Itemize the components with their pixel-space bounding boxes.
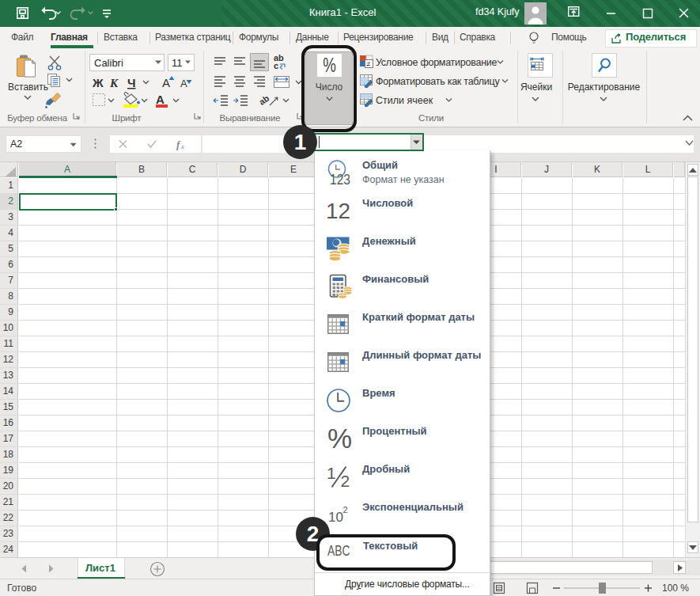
svg-text:ab: ab: [257, 93, 271, 107]
svg-text:Ч: Ч: [127, 76, 136, 89]
svg-text:≠: ≠: [367, 60, 371, 68]
svg-text:11: 11: [172, 57, 183, 69]
svg-text:А: А: [180, 78, 187, 89]
svg-text:x: x: [180, 142, 184, 150]
svg-text:А: А: [162, 76, 170, 89]
svg-text:Стили ячеек: Стили ячеек: [376, 95, 433, 106]
svg-text:А: А: [156, 93, 165, 106]
svg-text:Условное форматирование: Условное форматирование: [376, 57, 498, 68]
svg-text:Ж: Ж: [92, 76, 104, 89]
svg-text:Calibri: Calibri: [94, 57, 123, 69]
svg-text:Форматировать как таблицу: Форматировать как таблицу: [376, 76, 500, 87]
svg-text:c: c: [274, 61, 278, 70]
svg-text:К: К: [109, 77, 119, 89]
